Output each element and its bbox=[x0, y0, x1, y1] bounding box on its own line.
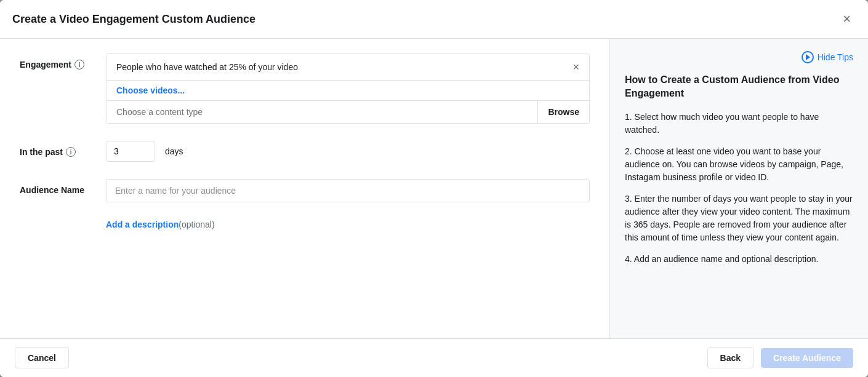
modal-title: Create a Video Engagement Custom Audienc… bbox=[12, 13, 255, 26]
modal: Create a Video Engagement Custom Audienc… bbox=[0, 0, 868, 377]
close-button[interactable]: × bbox=[838, 10, 856, 28]
tip-2-number: 2. bbox=[625, 146, 635, 156]
engagement-row: Engagement i People who have watched at … bbox=[20, 54, 590, 124]
tip-3-number: 3. bbox=[625, 194, 635, 204]
hide-tips-row: Hide Tips bbox=[625, 51, 853, 63]
engagement-label: Engagement i bbox=[20, 54, 94, 69]
play-circle-icon bbox=[802, 51, 814, 63]
tip-item-4: 4. Add an audience name and optional des… bbox=[625, 253, 853, 266]
choose-videos-link[interactable]: Choose videos... bbox=[106, 81, 589, 100]
tip-2-text: Choose at least one video you want to ba… bbox=[625, 146, 843, 182]
footer-right: Back Create Audience bbox=[707, 347, 853, 368]
tip-1-text: Select how much video you want people to… bbox=[625, 112, 819, 135]
tip-4-number: 4. bbox=[625, 254, 634, 264]
engagement-header: People who have watched at 25% of your v… bbox=[106, 54, 589, 81]
modal-footer: Cancel Back Create Audience bbox=[0, 338, 868, 377]
create-audience-button[interactable]: Create Audience bbox=[761, 348, 853, 368]
audience-name-input[interactable] bbox=[106, 179, 590, 202]
content-type-row: Browse bbox=[106, 100, 589, 123]
optional-text: (optional) bbox=[179, 220, 214, 229]
browse-button[interactable]: Browse bbox=[537, 101, 589, 123]
tips-list: 1. Select how much video you want people… bbox=[625, 111, 853, 266]
add-description-link[interactable]: Add a description bbox=[106, 220, 179, 229]
modal-header: Create a Video Engagement Custom Audienc… bbox=[0, 0, 868, 39]
days-input[interactable] bbox=[106, 141, 155, 162]
modal-overlay: Create a Video Engagement Custom Audienc… bbox=[0, 0, 868, 377]
tip-3-text: Enter the number of days you want people… bbox=[625, 194, 853, 242]
in-the-past-label: In the past i bbox=[20, 141, 94, 157]
engagement-close-button[interactable]: × bbox=[573, 62, 579, 73]
days-label: days bbox=[165, 146, 183, 156]
tip-item-3: 3. Enter the number of days you want peo… bbox=[625, 192, 853, 244]
cancel-button[interactable]: Cancel bbox=[15, 347, 69, 368]
hide-tips-button[interactable]: Hide Tips bbox=[802, 51, 853, 63]
in-the-past-row: In the past i days bbox=[20, 141, 590, 162]
in-the-past-info-icon[interactable]: i bbox=[66, 147, 76, 157]
right-panel: Hide Tips How to Create a Custom Audienc… bbox=[609, 39, 868, 338]
content-type-input[interactable] bbox=[106, 101, 537, 123]
play-triangle-icon bbox=[806, 54, 810, 60]
back-button[interactable]: Back bbox=[707, 347, 753, 368]
engagement-box: People who have watched at 25% of your v… bbox=[106, 54, 590, 124]
engagement-info-icon[interactable]: i bbox=[74, 60, 84, 69]
in-past-controls: days bbox=[106, 141, 183, 162]
engagement-selected-option: People who have watched at 25% of your v… bbox=[116, 62, 298, 72]
add-description-row: Add a description (optional) bbox=[20, 220, 590, 229]
tip-1-number: 1. bbox=[625, 112, 635, 122]
tip-4-text: Add an audience name and optional descri… bbox=[634, 254, 819, 264]
tip-item-2: 2. Choose at least one video you want to… bbox=[625, 145, 853, 184]
left-panel: Engagement i People who have watched at … bbox=[0, 39, 609, 338]
tips-title: How to Create a Custom Audience from Vid… bbox=[625, 73, 853, 101]
tip-item-1: 1. Select how much video you want people… bbox=[625, 111, 853, 137]
audience-name-row: Audience Name bbox=[20, 179, 590, 202]
modal-body: Engagement i People who have watched at … bbox=[0, 39, 868, 338]
audience-name-label: Audience Name bbox=[20, 179, 94, 195]
